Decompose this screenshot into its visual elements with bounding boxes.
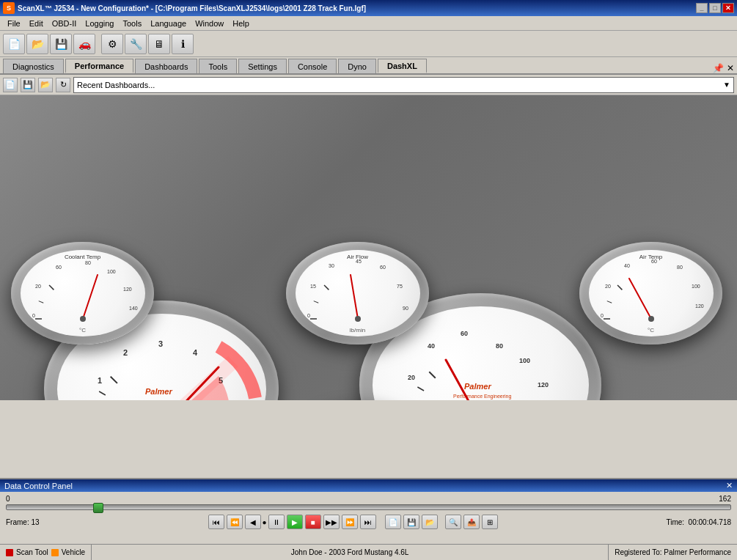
monitor-button[interactable]: 🖥 [148, 34, 170, 54]
svg-line-80 [313, 301, 318, 303]
minimize-button[interactable]: _ [696, 3, 708, 13]
time-label: Time: [666, 518, 688, 526]
svg-line-39 [429, 372, 435, 377]
settings-button[interactable]: ⚙ [101, 34, 123, 54]
svg-text:100: 100 [519, 357, 530, 364]
prev-frame-button[interactable]: ◀ [245, 515, 261, 529]
svg-point-90 [355, 316, 361, 322]
menu-language[interactable]: Language [146, 18, 191, 29]
save-dash-button[interactable]: 💾 [21, 78, 35, 92]
dropdown-arrow-icon: ▼ [723, 81, 730, 89]
svg-text:0: 0 [32, 313, 35, 318]
svg-text:0: 0 [307, 313, 310, 318]
grid-button[interactable]: ⊞ [482, 515, 498, 529]
svg-text:30: 30 [329, 263, 334, 268]
menu-tools[interactable]: Tools [118, 18, 146, 29]
menu-help[interactable]: Help [228, 18, 254, 29]
tab-dyno[interactable]: Dyno [338, 59, 376, 73]
svg-text:20: 20 [605, 284, 611, 289]
stop-button[interactable]: ■ [305, 515, 321, 529]
log-open-button[interactable]: 📂 [422, 515, 438, 529]
svg-text:15: 15 [310, 284, 316, 289]
save-button[interactable]: 💾 [50, 34, 72, 54]
svg-line-89 [351, 275, 358, 319]
svg-line-12 [99, 391, 106, 395]
airflow-unit: lb/min [296, 327, 420, 334]
airflow-label: Air Flow [296, 254, 420, 260]
title-bar: S ScanXL™ J2534 - New Configuration* - [… [0, 0, 737, 16]
menu-edit[interactable]: Edit [25, 18, 48, 29]
svg-text:Performance Engineering: Performance Engineering [453, 394, 511, 399]
scan-button[interactable]: 🔍 [445, 515, 461, 529]
svg-text:120: 120 [123, 287, 132, 292]
export-button[interactable]: 📤 [463, 515, 480, 529]
tab-dashxl[interactable]: DashXL [378, 59, 427, 73]
log-new-button[interactable]: 📄 [385, 515, 401, 529]
new-dash-button[interactable]: 📄 [3, 78, 18, 92]
close-button[interactable]: ✕ [722, 3, 734, 13]
tab-dashboards[interactable]: Dashboards [135, 59, 197, 73]
frame-label: Frame: [6, 518, 31, 526]
menu-bar: File Edit OBD-II Logging Tools Language … [0, 16, 737, 31]
new-button[interactable]: 📄 [3, 34, 25, 54]
svg-line-81 [324, 285, 329, 290]
playback-slider[interactable] [6, 504, 731, 510]
skip-to-end-button[interactable]: ⏭ [360, 515, 376, 529]
play-button[interactable]: ▶ [287, 515, 303, 529]
maximize-button[interactable]: □ [709, 3, 721, 13]
svg-text:60: 60 [461, 330, 468, 337]
status-bar: Scan Tool Vehicle John Doe - 2003 Ford M… [0, 544, 737, 560]
svg-text:Performance Engineering: Performance Engineering [134, 399, 192, 401]
tab-settings[interactable]: Settings [238, 59, 287, 73]
control-panel-close-button[interactable]: ✕ [726, 481, 733, 490]
open-dash-button[interactable]: 📂 [38, 78, 53, 92]
recent-dashboards-dropdown[interactable]: Recent Dashboards... ▼ [73, 77, 734, 93]
svg-text:75: 75 [397, 284, 403, 289]
svg-text:Palmer: Palmer [464, 382, 491, 391]
tools-button[interactable]: 🔧 [125, 34, 147, 54]
menu-window[interactable]: Window [191, 18, 228, 29]
airflow-gauge: 0 15 30 45 60 75 90 Air Flow lb/min [286, 242, 429, 345]
step-back-button[interactable]: ⏪ [227, 515, 243, 529]
slider-thumb[interactable] [93, 503, 103, 513]
menu-file[interactable]: File [3, 18, 25, 29]
svg-text:80: 80 [496, 342, 503, 350]
scan-tool-label: Scan Tool [16, 548, 48, 556]
refresh-dash-button[interactable]: ↻ [56, 78, 70, 92]
car-button[interactable]: 🚗 [73, 34, 95, 54]
pause-button[interactable]: ⏸ [268, 515, 285, 529]
log-save-button[interactable]: 💾 [403, 515, 419, 529]
airtemp-gauge: 0 20 40 60 80 100 120 Air Temp °C [579, 242, 722, 345]
tab-tools[interactable]: Tools [199, 59, 237, 73]
next-frame-button[interactable]: ▶▶ [323, 515, 340, 529]
svg-line-107 [629, 279, 651, 319]
coolant-gauge: 0 20 60 80 100 120 140 Coolant Temp °C [11, 242, 154, 345]
svg-text:100: 100 [107, 269, 116, 274]
svg-text:60: 60 [56, 265, 62, 270]
svg-text:0: 0 [601, 313, 604, 318]
svg-line-98 [606, 301, 611, 303]
svg-text:4: 4 [193, 348, 198, 357]
svg-text:80: 80 [677, 265, 683, 270]
slider-max-label: 162 [719, 495, 731, 503]
svg-text:20: 20 [35, 284, 41, 289]
skip-to-start-button[interactable]: ⏮ [208, 515, 224, 529]
info-button[interactable]: ℹ [172, 34, 194, 54]
data-control-panel: Data Control Panel ✕ 0 162 Frame: 13 ⏮ ⏪… [0, 478, 737, 544]
menu-logging[interactable]: Logging [81, 18, 118, 29]
tab-diagnostics[interactable]: Diagnostics [3, 59, 64, 73]
svg-text:80: 80 [85, 260, 91, 265]
close-tab-icon[interactable]: ✕ [727, 63, 734, 73]
step-forward-button[interactable]: ⏩ [342, 515, 358, 529]
open-button[interactable]: 📂 [26, 34, 48, 54]
svg-text:90: 90 [403, 306, 408, 311]
tab-performance[interactable]: Performance [65, 59, 133, 73]
pin-icon[interactable]: 📌 [713, 63, 724, 73]
menu-obdii[interactable]: OBD-II [48, 18, 81, 29]
svg-text:20: 20 [408, 374, 415, 381]
separator1: ● [263, 515, 266, 529]
svg-text:120: 120 [538, 381, 549, 388]
tab-console[interactable]: Console [288, 59, 337, 73]
airtemp-unit: °C [589, 327, 714, 334]
svg-text:40: 40 [624, 263, 630, 268]
